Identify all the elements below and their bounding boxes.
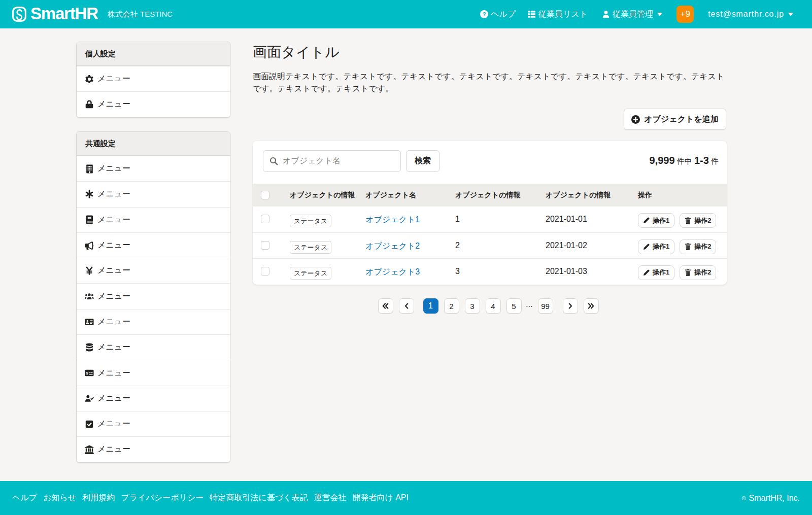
svg-text:?: ? [483, 11, 486, 17]
